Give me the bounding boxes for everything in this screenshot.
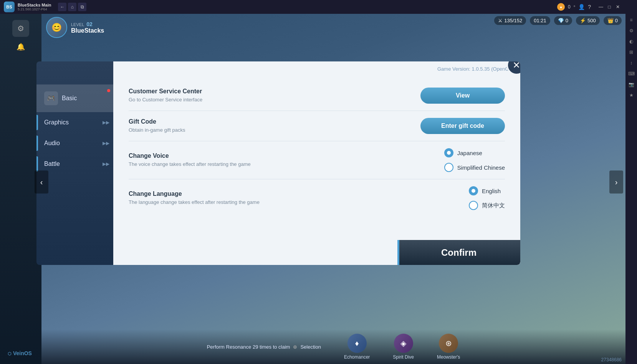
settings-scroll-area[interactable]: Customer Service Center Go to Customer S… (113, 61, 520, 265)
nav-arrows-battle: ▶▶ (103, 161, 109, 167)
multi-icon[interactable]: ⧉ (78, 3, 86, 11)
coin-icon: ● (557, 3, 565, 11)
character-echomancer[interactable]: ♦ Echomancer (344, 334, 370, 360)
change-language-desc: The language change takes effect after r… (129, 199, 461, 206)
view-button[interactable]: View (420, 88, 505, 104)
nav-indicator-audio (36, 136, 38, 151)
confirm-accent (397, 240, 399, 265)
level-label: LEVEL (71, 22, 84, 27)
gift-code-desc: Obtain in-game gift packs (129, 127, 413, 134)
app-subtitle: 5.21.560.1027-P64 (18, 7, 51, 11)
rs-icon-4[interactable]: ⊞ (627, 48, 636, 57)
coin-count: 0 (568, 4, 571, 10)
player-name: BlueStacks (71, 27, 104, 34)
home-icon[interactable]: ⌂ (68, 3, 76, 11)
minimize-button[interactable]: — (597, 3, 605, 11)
bluestacks-titlebar: BS BlueStacks Main 5.21.560.1027-P64 ← ⌂… (0, 0, 625, 14)
player-profile: 😊 LEVEL 02 BlueStacks (41, 14, 109, 41)
game-version-label: Game Version: 1.0.5.35 (OpenGL) (437, 66, 513, 72)
game-version-id: 27348686 (601, 357, 622, 362)
voice-option-japanese[interactable]: Japanese (444, 148, 505, 157)
language-option-english[interactable]: English (469, 186, 505, 195)
spirit-dive-name: Spirit Dive (393, 354, 414, 360)
change-voice-title: Change Voice (129, 152, 437, 159)
close-button[interactable]: ✕ (614, 3, 622, 11)
bottom-bar: Perform Resonance 29 times to claim ⊕ Se… (41, 329, 625, 364)
customer-service-row: Customer Service Center Go to Customer S… (129, 81, 505, 111)
radio-lang-chinese[interactable] (469, 201, 478, 210)
spirit-dive-icon: ◈ (394, 334, 413, 353)
language-chinese-label: 简休中文 (482, 202, 505, 209)
gift-code-row: Gift Code Obtain in-game gift packs Ente… (129, 111, 505, 141)
gift-code-title: Gift Code (129, 118, 413, 125)
hp-value: 135/152 (504, 18, 522, 23)
rs-icon-8[interactable]: ★ (627, 91, 636, 100)
echomancer-icon: ♦ (347, 334, 367, 353)
rs-icon-5[interactable]: ↕ (627, 58, 636, 68)
back-icon[interactable]: ← (58, 3, 66, 11)
timer-value: 01:21 (534, 18, 546, 23)
rs-icon-6[interactable]: ⌨ (627, 69, 636, 78)
nav-arrows-audio: ▶▶ (103, 141, 109, 146)
settings-dialog: 🎮 Basic Graphics ▶▶ Audio ▶▶ Battle ▶▶ ✕… (36, 61, 520, 265)
voice-option-chinese[interactable]: Simplified Chinese (444, 163, 505, 172)
dialog-nav: 🎮 Basic Graphics ▶▶ Audio ▶▶ Battle ▶▶ (36, 61, 113, 265)
nav-icons: ← ⌂ ⧉ (58, 3, 86, 11)
currency1-value: 0 (566, 18, 568, 23)
currency2-display: ⚡ 500 (576, 16, 600, 25)
nav-arrows-graphics: ▶▶ (103, 120, 109, 125)
character-spirit-dive[interactable]: ◈ Spirit Dive (393, 334, 414, 360)
player-avatar: 😊 (46, 17, 67, 38)
character-meowster[interactable]: ⊛ Meowster's (437, 334, 460, 360)
game-hud: ⚔ 135/152 01:21 💎 0 ⚡ 500 👑 0 (494, 16, 622, 25)
rs-icon-1[interactable]: ≡ (627, 15, 636, 25)
radio-chinese[interactable] (444, 163, 453, 172)
maximize-button[interactable]: □ (606, 3, 613, 11)
voice-japanese-label: Japanese (457, 150, 482, 156)
help-icon[interactable]: ? (588, 4, 591, 10)
bluestacks-logo: BS (4, 2, 15, 12)
rs-icon-2[interactable]: ⚙ (627, 26, 636, 35)
radio-english[interactable] (469, 186, 478, 195)
change-voice-desc: The voice change takes effect after rest… (129, 161, 437, 168)
right-sidebar: ≡ ⚙ ◐ ⊞ ↕ ⌨ 📷 ★ (625, 0, 637, 364)
customer-service-desc: Go to Customer Service interface (129, 96, 413, 103)
radio-japanese[interactable] (444, 148, 453, 157)
veinos-logo: ⬡ VeinOS (8, 350, 32, 356)
currency3-value: 0 (615, 18, 618, 23)
player-level: 02 (86, 21, 93, 27)
sidebar-item-audio[interactable]: Audio ▶▶ (36, 133, 113, 154)
audio-label: Audio (44, 140, 60, 147)
sidebar-item-basic[interactable]: 🎮 Basic (36, 84, 113, 112)
enter-gift-code-button[interactable]: Enter gift code (420, 118, 505, 134)
left-arrow[interactable]: ‹ (35, 170, 48, 194)
sidebar-item-graphics[interactable]: Graphics ▶▶ (36, 112, 113, 133)
echomancer-name: Echomancer (344, 354, 370, 360)
settings-icon[interactable]: ⚙ (12, 20, 29, 37)
meowster-icon: ⊛ (439, 334, 458, 353)
change-language-row: Change Language The language change take… (129, 179, 505, 217)
language-option-chinese[interactable]: 简休中文 (469, 201, 505, 210)
confirm-button[interactable]: Confirm (397, 240, 520, 265)
meowster-name: Meowster's (437, 354, 460, 360)
basic-label: Basic (62, 95, 77, 102)
bell-icon[interactable]: 🔔 (14, 40, 28, 54)
customer-service-title: Customer Service Center (129, 88, 413, 95)
language-english-label: English (482, 188, 501, 194)
currency2-value: 500 (587, 18, 596, 23)
voice-chinese-label: Simplified Chinese (457, 164, 505, 171)
graphics-label: Graphics (44, 119, 69, 126)
right-arrow[interactable]: › (609, 170, 623, 194)
confirm-label: Confirm (441, 247, 477, 258)
battle-label: Battle (44, 160, 60, 167)
hp-display: ⚔ 135/152 (494, 16, 526, 25)
nav-indicator (36, 115, 38, 130)
change-language-title: Change Language (129, 190, 461, 197)
rs-icon-3[interactable]: ◐ (627, 37, 636, 46)
rs-icon-7[interactable]: 📷 (627, 80, 636, 89)
timer-display: 01:21 (530, 16, 550, 25)
nav-notification-dot (107, 89, 110, 92)
profile-icon[interactable]: 👤 (578, 4, 585, 10)
voice-radio-group: Japanese Simplified Chinese (444, 148, 505, 172)
basic-icon: 🎮 (44, 91, 58, 105)
